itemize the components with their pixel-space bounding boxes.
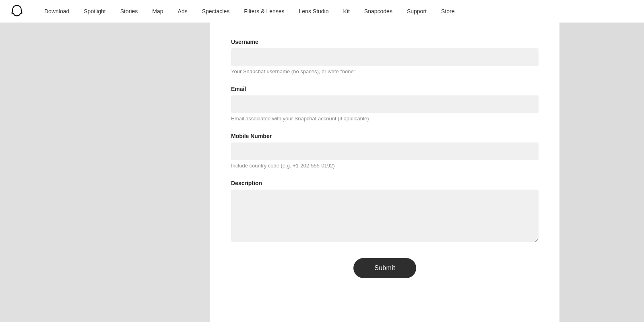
description-group: Description (231, 180, 539, 242)
nav-item-map[interactable]: Map (145, 0, 170, 23)
username-group: Username Your Snapchat username (no spac… (231, 39, 539, 74)
nav-item-store[interactable]: Store (434, 0, 462, 23)
right-panel (559, 23, 644, 322)
snapchat-logo[interactable] (10, 4, 24, 19)
form-panel: Username Your Snapchat username (no spac… (210, 23, 559, 322)
email-input[interactable] (231, 95, 539, 113)
username-input[interactable] (231, 48, 539, 66)
nav-item-spectacles[interactable]: Spectacles (195, 0, 237, 23)
nav-item-ads[interactable]: Ads (171, 0, 195, 23)
page-body: Username Your Snapchat username (no spac… (0, 23, 644, 322)
mobile-input[interactable] (231, 142, 539, 160)
nav-item-filters-lenses[interactable]: Filters & Lenses (237, 0, 291, 23)
description-textarea[interactable] (231, 190, 539, 242)
username-label: Username (231, 39, 539, 45)
mobile-hint: Include country code (e.g. +1-202-555-01… (231, 163, 539, 169)
username-hint: Your Snapchat username (no spaces), or w… (231, 68, 539, 74)
email-label: Email (231, 86, 539, 92)
navbar: Download Spotlight Stories Map Ads Spect… (0, 0, 644, 23)
nav-item-kit[interactable]: Kit (336, 0, 357, 23)
mobile-label: Mobile Number (231, 133, 539, 139)
left-panel (0, 23, 210, 322)
nav-item-lens-studio[interactable]: Lens Studio (292, 0, 336, 23)
nav-menu: Download Spotlight Stories Map Ads Spect… (37, 0, 462, 23)
submit-button[interactable]: Submit (353, 258, 416, 278)
nav-item-stories[interactable]: Stories (113, 0, 145, 23)
nav-item-snapcodes[interactable]: Snapcodes (357, 0, 400, 23)
nav-item-download[interactable]: Download (37, 0, 76, 23)
email-group: Email Email associated with your Snapcha… (231, 86, 539, 122)
submit-row: Submit (231, 258, 539, 278)
email-hint: Email associated with your Snapchat acco… (231, 116, 539, 122)
nav-item-support[interactable]: Support (400, 0, 434, 23)
mobile-group: Mobile Number Include country code (e.g.… (231, 133, 539, 169)
nav-item-spotlight[interactable]: Spotlight (76, 0, 113, 23)
description-label: Description (231, 180, 539, 186)
